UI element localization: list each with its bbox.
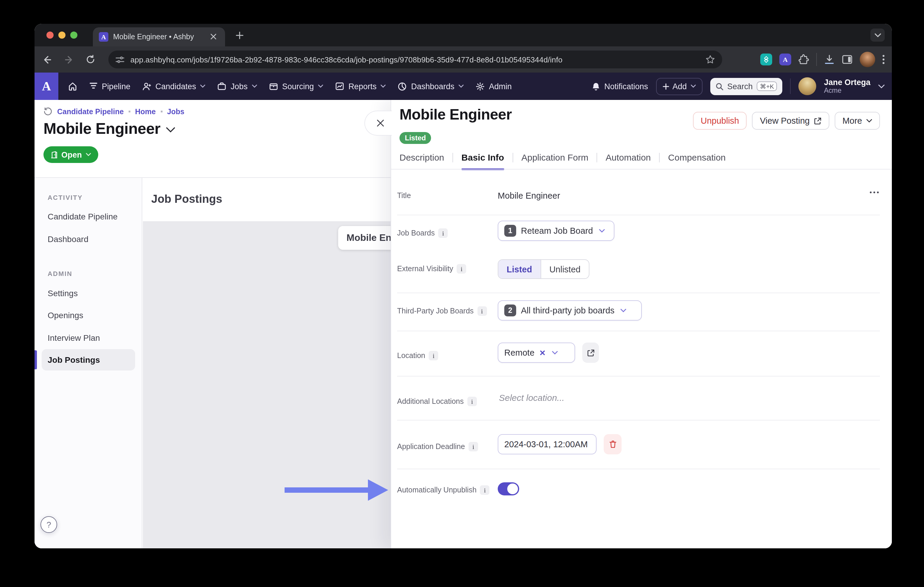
breadcrumb-separator	[160, 111, 162, 112]
tab-search-chevron-icon[interactable]	[870, 28, 885, 42]
add-button[interactable]: Add	[656, 77, 702, 95]
user-menu-chevron-icon[interactable]	[878, 84, 885, 88]
toolbar-separator	[816, 53, 817, 66]
remove-location-icon[interactable]: ✕	[540, 348, 546, 357]
job-title-chevron-icon[interactable]	[167, 127, 175, 133]
ashby-logo[interactable]: A	[35, 72, 58, 100]
breadcrumb-candidate-pipeline[interactable]: Candidate Pipeline	[57, 107, 124, 116]
job-boards-select[interactable]: 1 Reteam Job Board	[498, 220, 614, 241]
browser-tab[interactable]: A Mobile Engineer • Ashby	[93, 27, 225, 46]
toolbar-extensions: A	[760, 46, 885, 72]
panel-close-button[interactable]	[365, 111, 392, 136]
side-panel-icon[interactable]	[842, 54, 853, 65]
user-avatar[interactable]	[799, 77, 816, 95]
nav-item-admin[interactable]: Admin	[476, 82, 512, 91]
search-button[interactable]: Search ⌘+K	[710, 77, 782, 95]
breadcrumb-home[interactable]: Home	[135, 107, 156, 116]
sidebar-item-dashboard[interactable]: Dashboard	[48, 234, 88, 244]
url-bar[interactable]: app.ashbyhq.com/jobs/1f9726ba-2b92-4878-…	[108, 51, 722, 68]
open-door-icon	[51, 151, 58, 158]
new-tab-button[interactable]	[232, 28, 246, 42]
additional-locations-placeholder[interactable]: Select location...	[499, 393, 564, 403]
help-button[interactable]: ?	[41, 516, 57, 533]
job-status-button[interactable]: Open	[43, 146, 98, 163]
minimize-window-button[interactable]	[58, 31, 66, 39]
search-shortcut-badge: ⌘+K	[757, 82, 777, 91]
workspace: Candidate Pipeline Home Jobs Mobile Engi…	[35, 100, 892, 548]
info-icon[interactable]: i	[480, 485, 490, 495]
nav-item-reports[interactable]: Reports	[335, 82, 386, 91]
search-icon	[715, 82, 723, 90]
job-posting-row-card[interactable]: Mobile Engineer	[338, 226, 399, 250]
automatically-unpublish-toggle[interactable]	[498, 482, 519, 495]
reload-icon[interactable]	[84, 54, 96, 66]
screenshot-stage: A Mobile Engineer • Ashby	[0, 0, 924, 587]
sidebar-item-openings[interactable]: Openings	[48, 311, 83, 320]
bell-icon	[592, 82, 600, 91]
tab-application-form[interactable]: Application Form	[521, 152, 588, 168]
browser-profile-avatar[interactable]	[860, 52, 875, 67]
ashby-extension-icon[interactable]: A	[779, 54, 791, 66]
nav-item-jobs[interactable]: Jobs	[218, 82, 257, 91]
extensions-puzzle-icon[interactable]	[799, 54, 809, 65]
external-link-icon	[587, 349, 594, 357]
third-party-count-badge: 2	[504, 304, 516, 316]
notifications-button[interactable]: Notifications	[592, 82, 648, 91]
history-icon[interactable]	[43, 107, 53, 116]
chevron-down-icon	[690, 84, 696, 88]
third-party-job-boards-select[interactable]: 2 All third-party job boards	[498, 300, 642, 321]
open-location-external-button[interactable]	[582, 342, 599, 363]
forward-icon[interactable]	[63, 54, 75, 66]
nav-item-dashboards[interactable]: Dashboards	[398, 82, 464, 91]
breadcrumb-jobs[interactable]: Jobs	[167, 107, 184, 116]
visibility-option-unlisted[interactable]: Unlisted	[541, 260, 589, 278]
close-window-button[interactable]	[46, 31, 54, 39]
job-title-row[interactable]: Mobile Engineer	[43, 120, 175, 138]
panel-tabs: Description Basic Info Application Form …	[399, 152, 726, 168]
tab-basic-info[interactable]: Basic Info	[461, 152, 504, 168]
sidebar-item-job-postings[interactable]: Job Postings	[48, 355, 100, 365]
delete-deadline-button[interactable]	[604, 434, 622, 454]
tab-close-icon[interactable]	[208, 32, 219, 42]
job-boards-count-badge: 1	[504, 225, 516, 237]
bookmark-star-icon[interactable]	[706, 55, 715, 64]
visibility-option-listed[interactable]: Listed	[498, 260, 541, 278]
nav-item-candidates[interactable]: Candidates	[142, 82, 206, 91]
site-info-icon[interactable]	[116, 55, 124, 64]
user-info[interactable]: Jane Ortega Acme	[824, 77, 870, 95]
sidebar-item-candidate-pipeline[interactable]: Candidate Pipeline	[48, 212, 117, 221]
home-icon[interactable]	[68, 82, 78, 91]
nav-item-pipeline[interactable]: Pipeline	[89, 82, 130, 91]
sourcing-icon	[269, 82, 278, 90]
info-icon[interactable]: i	[467, 397, 477, 406]
browser-tab-strip: A Mobile Engineer • Ashby	[35, 24, 892, 46]
sidebar-item-interview-plan[interactable]: Interview Plan	[48, 333, 100, 342]
extension-teal-icon[interactable]	[760, 54, 772, 66]
application-deadline-input[interactable]: 2024-03-01, 12:00AM	[498, 434, 597, 454]
title-value[interactable]: Mobile Engineer	[498, 191, 560, 201]
browser-menu-icon[interactable]	[882, 55, 885, 64]
tab-description[interactable]: Description	[399, 152, 444, 168]
external-link-icon	[814, 117, 822, 125]
zoom-window-button[interactable]	[70, 31, 78, 39]
job-boards-label: Job Boards i	[397, 229, 448, 238]
location-select[interactable]: Remote ✕	[498, 342, 575, 363]
more-button[interactable]: More	[835, 112, 880, 130]
nav-item-sourcing[interactable]: Sourcing	[269, 82, 323, 91]
info-icon[interactable]: i	[438, 229, 448, 238]
tab-compensation[interactable]: Compensation	[668, 152, 726, 168]
url-text[interactable]: app.ashbyhq.com/jobs/1f9726ba-2b92-4878-…	[130, 55, 701, 64]
additional-locations-label: Additional Locations i	[397, 397, 477, 406]
row-menu-icon[interactable]	[870, 191, 879, 193]
gear-icon	[476, 82, 485, 91]
sidebar-item-settings[interactable]: Settings	[48, 288, 78, 298]
info-icon[interactable]: i	[457, 264, 467, 274]
info-icon[interactable]: i	[429, 351, 439, 360]
back-icon[interactable]	[41, 54, 53, 66]
info-icon[interactable]: i	[477, 306, 487, 316]
unpublish-button[interactable]: Unpublish	[693, 112, 747, 130]
tab-automation[interactable]: Automation	[606, 152, 651, 168]
downloads-icon[interactable]	[824, 54, 835, 65]
view-posting-button[interactable]: View Posting	[752, 112, 829, 130]
info-icon[interactable]: i	[469, 442, 478, 451]
